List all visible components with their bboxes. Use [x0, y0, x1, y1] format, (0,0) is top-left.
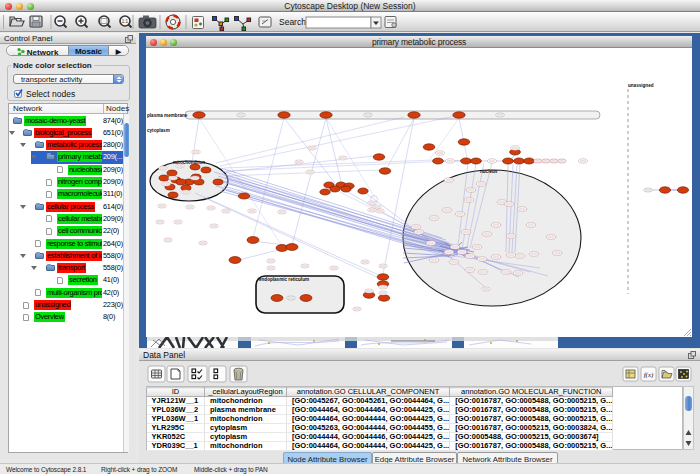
svg-text:f(x): f(x): [644, 371, 654, 379]
svg-text:cytoplasm: cytoplasm: [147, 128, 170, 133]
svg-text:1:1: 1:1: [122, 19, 129, 24]
svg-text:plasma membrane: plasma membrane: [147, 113, 188, 118]
svg-text:unassigned: unassigned: [628, 83, 654, 88]
svg-text:endoplasmic reticulum: endoplasmic reticulum: [259, 277, 309, 282]
svg-text:mitochondrion: mitochondrion: [173, 160, 205, 165]
svg-text:nucleus: nucleus: [480, 169, 498, 174]
svg-text:Search:: Search:: [279, 17, 308, 27]
